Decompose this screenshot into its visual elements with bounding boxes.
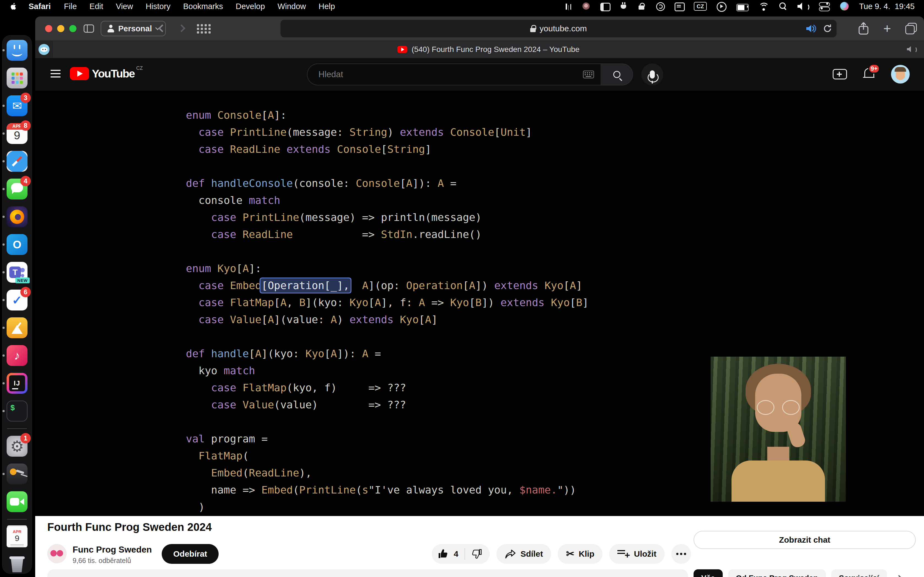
notifications-bell-icon[interactable]: 9+ — [863, 67, 876, 81]
window-close-button[interactable] — [45, 25, 52, 32]
menu-app-name[interactable]: Safari — [29, 2, 51, 11]
share-icon[interactable] — [858, 22, 869, 35]
tab-speaker-icon[interactable] — [907, 45, 916, 53]
chip-2[interactable]: Od Func Prog Sweden — [728, 569, 826, 577]
channel-name[interactable]: Func Prog Sweden — [73, 545, 152, 555]
thumbs-up-icon[interactable] — [438, 548, 449, 559]
reddit-icon — [39, 44, 50, 55]
siri-icon[interactable] — [840, 2, 849, 11]
show-chat-button[interactable]: Zobrazit chat — [693, 531, 916, 549]
keyboard-icon[interactable] — [583, 71, 594, 78]
text-scan-icon[interactable] — [675, 2, 684, 11]
control-center-icon[interactable] — [819, 2, 830, 11]
wifi-icon[interactable] — [758, 2, 769, 11]
speaker-webcam-overlay — [711, 357, 846, 502]
subscribe-button[interactable]: Odebírat — [162, 544, 219, 564]
power-adapter-icon[interactable] — [620, 2, 628, 11]
create-video-icon[interactable] — [833, 69, 847, 79]
menu-item-edit[interactable]: Edit — [89, 2, 103, 11]
dock-item-facetime[interactable] — [6, 491, 27, 512]
dock-item-settings[interactable]: ⚙1 — [6, 436, 27, 457]
pinned-tab-reddit[interactable] — [35, 41, 53, 58]
description-box[interactable] — [47, 569, 688, 577]
url-text: youtube.com — [540, 24, 587, 33]
menu-item-help[interactable]: Help — [319, 2, 335, 11]
channel-avatar[interactable] — [47, 544, 66, 563]
volume-icon[interactable] — [798, 2, 809, 11]
dock-item-finder[interactable] — [6, 40, 27, 61]
search-input[interactable] — [318, 69, 583, 80]
dock-item-mail[interactable]: ✉3 — [6, 95, 27, 116]
code-line: kyo match — [186, 362, 588, 379]
dock-item-bear[interactable] — [6, 318, 27, 338]
window-layout-icon[interactable] — [600, 2, 610, 11]
dock-item-safari[interactable] — [6, 151, 27, 172]
thumbs-down-icon[interactable] — [471, 548, 483, 559]
reload-icon[interactable] — [822, 23, 833, 34]
safari-window: Personal youtube.com + (540) Fourth Func… — [35, 16, 924, 577]
sidebar-toggle-icon[interactable] — [84, 24, 94, 33]
search-button[interactable] — [601, 63, 633, 85]
forward-button[interactable] — [178, 24, 185, 32]
menu-item-bookmarks[interactable]: Bookmarks — [183, 2, 223, 11]
clip-button[interactable]: ✂ Klip — [558, 544, 603, 564]
spiral-icon[interactable] — [656, 2, 665, 11]
running-indicator — [2, 410, 5, 412]
video-player[interactable]: enum Console[A]: case PrintLine(message:… — [35, 91, 924, 516]
youtube-logo[interactable]: YouTube CZ — [70, 67, 143, 80]
dock-item-intellij[interactable]: IJ — [6, 373, 27, 394]
profile-button[interactable]: Personal — [101, 21, 166, 36]
menu-item-window[interactable]: Window — [278, 2, 306, 11]
dock-item-calendar[interactable]: APR98 — [6, 123, 27, 144]
voice-search-button[interactable] — [641, 63, 663, 85]
dock-item-messages[interactable]: 4 — [6, 179, 27, 200]
dock-item-eventfile[interactable]: APR9 — [6, 527, 27, 547]
code-line: ) — [186, 498, 588, 516]
lock-edit-icon[interactable] — [638, 2, 646, 11]
dock-item-music[interactable]: ♪ — [6, 345, 27, 366]
account-avatar[interactable] — [891, 65, 910, 84]
dock-item-launchpad[interactable] — [6, 68, 27, 89]
dock-item-terminal[interactable]: $ — [6, 401, 27, 421]
video-info-bar: Fourth Func Prog Sweden 2024 Func Prog S… — [35, 516, 924, 577]
menu-item-view[interactable]: View — [116, 2, 133, 11]
launchpad-app-icon — [6, 68, 27, 89]
url-field[interactable]: youtube.com — [281, 20, 837, 37]
seal-badge-icon[interactable] — [582, 2, 590, 11]
dock-item-teams[interactable]: TNEW — [6, 262, 27, 283]
save-button[interactable]: Uložit — [609, 544, 665, 564]
tab-audio-icon[interactable] — [806, 24, 817, 33]
chip-1[interactable]: Vše — [693, 569, 723, 577]
code-line: case ReadLine => StdIn.readLine() — [186, 226, 588, 243]
facetime-app-icon — [6, 491, 27, 512]
chips-scroll-right-icon[interactable] — [896, 575, 902, 577]
new-tab-icon[interactable]: + — [883, 23, 891, 34]
apple-menu-icon[interactable] — [9, 2, 18, 11]
dock-item-things[interactable]: ✓6 — [6, 290, 27, 311]
menu-clock[interactable]: Tue 9. 4. 19:45 — [859, 2, 915, 11]
menu-item-history[interactable]: History — [146, 2, 171, 11]
dock-item-outlook[interactable]: O — [6, 234, 27, 255]
window-zoom-button[interactable] — [69, 25, 76, 32]
menu-item-file[interactable]: File — [64, 2, 77, 11]
more-actions-button[interactable] — [671, 544, 691, 564]
chip-3[interactable]: Související — [831, 569, 887, 577]
battery-icon[interactable] — [737, 2, 748, 11]
search-box[interactable] — [307, 63, 601, 85]
spotlight-icon[interactable] — [779, 2, 788, 11]
window-minimize-button[interactable] — [57, 25, 65, 32]
share-button[interactable]: Sdílet — [496, 544, 551, 564]
input-source-icon[interactable]: CZ — [694, 2, 707, 11]
tab-overview-icon[interactable] — [905, 23, 917, 34]
dock-item-trash[interactable] — [6, 554, 27, 575]
now-playing-icon[interactable] — [565, 2, 572, 11]
running-indicator — [2, 160, 5, 163]
play-status-icon[interactable] — [717, 2, 727, 11]
active-tab[interactable]: (540) Fourth Func Prog Sweden 2024 – You… — [53, 41, 924, 58]
code-line: case FlatMap(kyo, f) => ??? — [186, 379, 588, 396]
tab-overview-grid-icon[interactable] — [197, 24, 199, 26]
dock-item-firefox[interactable] — [6, 206, 27, 227]
menu-item-develop[interactable]: Develop — [236, 2, 265, 11]
dock-item-keychain[interactable] — [6, 464, 27, 484]
hamburger-menu-icon[interactable] — [51, 70, 60, 71]
